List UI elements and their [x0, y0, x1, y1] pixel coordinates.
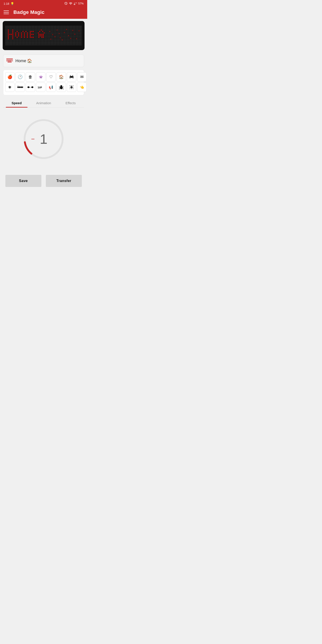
- svg-rect-74: [64, 32, 65, 33]
- svg-rect-42: [27, 37, 28, 38]
- svg-rect-98: [6, 60, 8, 61]
- svg-rect-75: [68, 35, 69, 36]
- speed-dial[interactable]: − 1: [21, 117, 66, 162]
- svg-rect-105: [72, 76, 73, 76]
- svg-rect-82: [66, 29, 67, 30]
- svg-rect-88: [9, 58, 10, 59]
- svg-line-120: [18, 86, 19, 86]
- house-emoji-display: 🏠: [27, 58, 32, 63]
- svg-rect-109: [73, 77, 74, 77]
- svg-rect-14: [12, 30, 14, 31]
- svg-rect-73: [60, 37, 61, 38]
- svg-rect-47: [30, 34, 31, 35]
- svg-rect-58: [44, 32, 45, 34]
- tab-animation[interactable]: Animation: [30, 98, 57, 108]
- svg-rect-63: [38, 35, 40, 36]
- emoji-space-invader[interactable]: [67, 72, 76, 82]
- time-display: 1:18: [4, 2, 9, 5]
- svg-rect-62: [43, 34, 44, 35]
- svg-rect-55: [39, 31, 40, 32]
- svg-rect-80: [58, 33, 60, 34]
- svg-rect-113: [73, 78, 74, 78]
- badge-preview: [3, 21, 84, 50]
- svg-point-115: [18, 86, 19, 88]
- svg-rect-95: [10, 60, 11, 60]
- emoji-1up-2[interactable]: 1UP: [36, 82, 46, 92]
- svg-rect-66: [41, 35, 42, 36]
- svg-rect-33: [22, 31, 24, 32]
- svg-point-116: [19, 86, 20, 88]
- svg-line-131: [70, 86, 70, 86]
- svg-rect-6: [8, 31, 9, 32]
- svg-rect-29: [21, 32, 22, 34]
- emoji-mustache[interactable]: [26, 82, 35, 92]
- svg-rect-10: [8, 37, 9, 38]
- emoji-sparkle[interactable]: [67, 82, 76, 92]
- svg-rect-112: [70, 78, 70, 78]
- signal-icon: X: [74, 2, 77, 5]
- emoji-bug[interactable]: [56, 82, 66, 92]
- svg-text:1UP: 1UP: [38, 86, 42, 89]
- tab-speed[interactable]: Speed: [3, 98, 30, 108]
- svg-rect-110: [71, 77, 72, 77]
- emoji-caterpillar[interactable]: [16, 82, 25, 92]
- svg-rect-92: [6, 60, 8, 60]
- svg-rect-40: [27, 34, 28, 35]
- dial-value-display: 1: [40, 132, 48, 146]
- svg-rect-32: [21, 37, 22, 38]
- svg-rect-31: [21, 35, 22, 36]
- app-bar: Badge Magic: [0, 7, 87, 19]
- svg-rect-93: [8, 60, 8, 60]
- emoji-clock[interactable]: 🕐: [16, 72, 25, 82]
- text-input-row[interactable]: Home 🏠: [3, 54, 84, 67]
- status-left: 1:18 💡: [4, 2, 14, 5]
- svg-rect-17: [12, 34, 14, 35]
- svg-text:X: X: [76, 2, 77, 4]
- keyboard-icon: [6, 58, 13, 64]
- svg-rect-85: [78, 30, 80, 32]
- wifi-icon: [69, 2, 72, 5]
- svg-rect-49: [33, 34, 34, 35]
- svg-rect-104: [70, 76, 71, 76]
- svg-rect-100: [12, 60, 13, 61]
- menu-button[interactable]: [4, 10, 9, 14]
- emoji-trash[interactable]: 🗑: [26, 72, 35, 82]
- svg-rect-107: [70, 76, 74, 77]
- badge-text-display[interactable]: Home 🏠: [16, 58, 32, 63]
- svg-rect-46: [30, 32, 31, 34]
- save-button[interactable]: Save: [5, 175, 41, 187]
- app-title: Badge Magic: [14, 10, 44, 15]
- svg-rect-79: [54, 36, 56, 37]
- svg-rect-96: [11, 60, 12, 60]
- svg-rect-53: [33, 37, 34, 38]
- svg-rect-70: [49, 31, 50, 32]
- transfer-button[interactable]: Transfer: [46, 175, 82, 187]
- emoji-house[interactable]: 🏠: [56, 72, 66, 82]
- svg-rect-20: [12, 38, 14, 39]
- svg-rect-18: [12, 35, 14, 36]
- svg-rect-57: [42, 31, 43, 32]
- svg-rect-84: [74, 34, 75, 35]
- svg-rect-69: [43, 37, 44, 38]
- emoji-envelope[interactable]: ✉: [77, 72, 86, 82]
- emoji-spider[interactable]: 🕷: [5, 82, 14, 92]
- emoji-apple[interactable]: 🍎: [5, 72, 14, 82]
- svg-rect-8: [8, 34, 9, 35]
- tab-effects[interactable]: Effects: [57, 98, 84, 108]
- svg-rect-87: [8, 58, 8, 59]
- emoji-pointing-finger[interactable]: 👈: [77, 82, 86, 92]
- emoji-heart[interactable]: ♡: [46, 72, 56, 82]
- svg-rect-35: [24, 34, 25, 35]
- alarm-icon: [64, 2, 68, 5]
- svg-rect-12: [10, 34, 10, 35]
- svg-line-133: [70, 88, 70, 89]
- emoji-alien-face[interactable]: 👾: [36, 72, 46, 82]
- svg-rect-23: [18, 32, 19, 34]
- svg-rect-24: [18, 34, 19, 35]
- emoji-megaphone[interactable]: 📢: [46, 82, 56, 92]
- svg-line-129: [62, 89, 64, 89]
- svg-rect-27: [15, 35, 16, 36]
- emoji-row-2: 🕷 1UP 📢: [5, 82, 82, 92]
- emoji-grid: 🍎 🕐 🗑 👾 ♡ 🏠 ✉: [3, 70, 84, 95]
- svg-rect-106: [70, 76, 73, 76]
